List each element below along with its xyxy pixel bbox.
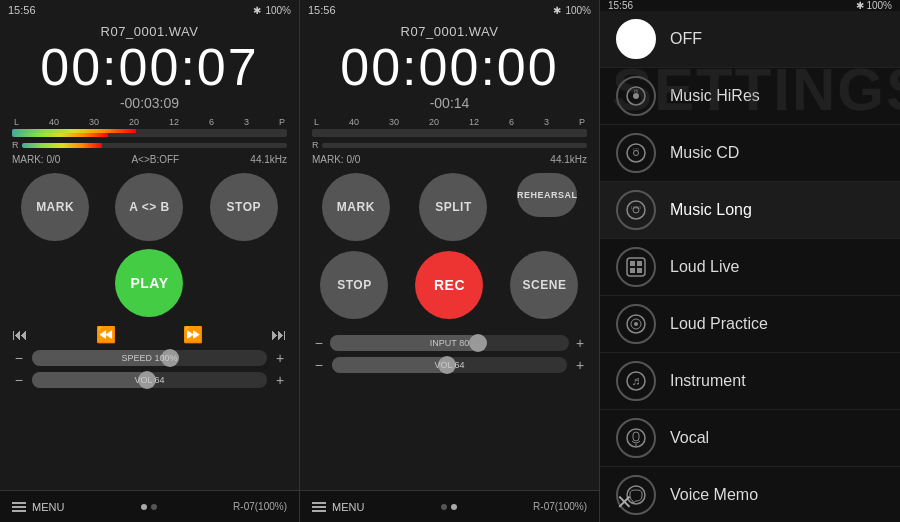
hamburger-icon-left xyxy=(12,502,26,512)
list-item-music-cd[interactable]: CD Music CD xyxy=(600,125,900,182)
svg-rect-10 xyxy=(630,261,635,266)
svg-rect-13 xyxy=(637,268,642,273)
list-item-music-long[interactable]: LONG Music Long xyxy=(600,182,900,239)
status-icons-left: ✱ 100% xyxy=(253,5,291,16)
battery-left: 100% xyxy=(265,5,291,16)
menu-label-left: MENU xyxy=(32,501,64,513)
status-time-right: 15:56 xyxy=(608,0,633,11)
freq-info-left: 44.1kHz xyxy=(250,154,287,165)
close-button[interactable]: ✕ xyxy=(616,490,633,514)
speed-slider-track[interactable]: SPEED 100% xyxy=(32,350,267,366)
vol-label-mid: VOL 64 xyxy=(434,360,464,370)
input-slider-track[interactable]: INPUT 80 xyxy=(330,335,569,351)
vol-slider-row-mid: − VOL 64 + xyxy=(312,357,587,373)
rewind-button[interactable]: ⏪ xyxy=(96,325,116,344)
bluetooth-icon-right: ✱ xyxy=(856,0,864,11)
menu-label-mid: MENU xyxy=(332,501,364,513)
dot-1-mid xyxy=(441,504,447,510)
ab-button-left[interactable]: A <> B xyxy=(115,173,183,241)
r07-label-mid: R-07(100%) xyxy=(533,501,587,512)
transport-row-left: ⏮ ⏪ ⏩ ⏭ xyxy=(12,325,287,344)
list-icon-vocal xyxy=(616,418,656,458)
vol-slider-row-left: − VOL 64 + xyxy=(12,372,287,388)
level-meter-left: L 40 30 20 12 6 3 P R xyxy=(12,117,287,150)
list-label-music-hires: Music HiRes xyxy=(670,87,760,105)
speed-plus-button[interactable]: + xyxy=(273,350,287,366)
vol-slider-track-left[interactable]: VOL 64 xyxy=(32,372,267,388)
skip-to-end-button[interactable]: ⏭ xyxy=(271,326,287,344)
svg-rect-11 xyxy=(637,261,642,266)
filename-left: R07_0001.WAV xyxy=(101,24,199,39)
play-button-left[interactable]: PLAY xyxy=(115,249,183,317)
split-button[interactable]: SPLIT xyxy=(419,173,487,241)
stop-button-left[interactable]: STOP xyxy=(210,173,278,241)
list-item-vocal[interactable]: Vocal xyxy=(600,410,900,467)
level-meter-mid: L 40 30 20 12 6 3 P R xyxy=(312,117,587,150)
rehearsal-button[interactable]: REHEARSAL xyxy=(517,173,577,217)
left-panel: 15:56 ✱ 100% R07_0001.WAV 00:00:07 -00:0… xyxy=(0,0,300,522)
list-item-loud-live[interactable]: Loud Live xyxy=(600,239,900,296)
dot-2-mid xyxy=(451,504,457,510)
bottom-bar-mid: MENU R-07(100%) xyxy=(300,490,599,522)
input-label: INPUT 80 xyxy=(430,338,469,348)
svg-point-16 xyxy=(634,322,638,326)
rec-button[interactable]: REC xyxy=(415,251,483,319)
rewind-to-start-button[interactable]: ⏮ xyxy=(12,326,28,344)
menu-button-left[interactable]: MENU xyxy=(12,501,64,513)
dot-2-left xyxy=(151,504,157,510)
info-row-left: MARK: 0/0 A<>B:OFF 44.1kHz xyxy=(12,154,287,165)
bottom-bar-left: MENU R-07(100%) xyxy=(0,490,299,522)
status-time-left: 15:56 xyxy=(8,4,36,16)
list-label-instrument: Instrument xyxy=(670,372,746,390)
stop-button-mid[interactable]: STOP xyxy=(320,251,388,319)
meter-channel-r-mid: R xyxy=(312,140,587,150)
hires-icon: Hi xyxy=(625,85,647,107)
scene-button[interactable]: SCENE xyxy=(510,251,578,319)
list-item-loud-practice[interactable]: Loud Practice xyxy=(600,296,900,353)
vol-plus-button-left[interactable]: + xyxy=(273,372,287,388)
dot-1-left xyxy=(141,504,147,510)
timer-mid: 00:00:00 xyxy=(340,41,558,93)
svg-text:♬: ♬ xyxy=(632,374,641,388)
list-icon-off xyxy=(616,19,656,59)
settings-list: OFF Hi Music HiRes CD Music xyxy=(600,11,900,522)
list-item-instrument[interactable]: ♬ Instrument xyxy=(600,353,900,410)
svg-rect-12 xyxy=(630,268,635,273)
vol-minus-button-left[interactable]: − xyxy=(12,372,26,388)
vol-slider-track-mid[interactable]: VOL 64 xyxy=(332,357,567,373)
input-plus-button[interactable]: + xyxy=(573,335,587,351)
speed-label: SPEED 100% xyxy=(121,353,177,363)
speed-minus-button[interactable]: − xyxy=(12,350,26,366)
cd-icon: CD xyxy=(625,142,647,164)
list-icon-music-cd: CD xyxy=(616,133,656,173)
svg-point-6 xyxy=(627,201,645,219)
list-item-off[interactable]: OFF xyxy=(600,11,900,68)
list-item-music-hires[interactable]: Hi Music HiRes xyxy=(600,68,900,125)
meter-track-mid xyxy=(312,129,587,137)
vol-slider-fill-left xyxy=(32,372,150,388)
speed-slider-row: − SPEED 100% + xyxy=(12,350,287,366)
list-icon-music-long: LONG xyxy=(616,190,656,230)
fast-forward-button[interactable]: ⏩ xyxy=(183,325,203,344)
mark-button-left[interactable]: MARK xyxy=(21,173,89,241)
list-label-music-long: Music Long xyxy=(670,201,752,219)
vol-plus-button-mid[interactable]: + xyxy=(573,357,587,373)
input-minus-button[interactable]: − xyxy=(312,335,326,351)
mark-button-mid[interactable]: MARK xyxy=(322,173,390,241)
vol-label-left: VOL 64 xyxy=(134,375,164,385)
vol-minus-button-mid[interactable]: − xyxy=(312,357,326,373)
svg-rect-20 xyxy=(633,432,639,441)
page-dots-left xyxy=(141,504,157,510)
menu-button-mid[interactable]: MENU xyxy=(312,501,364,513)
status-bar-right: 15:56 ✱ 100% xyxy=(600,0,900,11)
battery-right: 100% xyxy=(866,0,892,11)
list-icon-instrument: ♬ xyxy=(616,361,656,401)
meter-channel-l: R xyxy=(12,140,287,150)
r07-label-left: R-07(100%) xyxy=(233,501,287,512)
page-dots-mid xyxy=(441,504,457,510)
list-label-off: OFF xyxy=(670,30,702,48)
list-item-voice-memo[interactable]: Voice Memo xyxy=(600,467,900,522)
buttons-area-mid: MARK SPLIT REHEARSAL STOP REC SCENE xyxy=(312,173,587,319)
bluetooth-icon-left: ✱ xyxy=(253,5,261,16)
instrument-icon: ♬ xyxy=(625,370,647,392)
